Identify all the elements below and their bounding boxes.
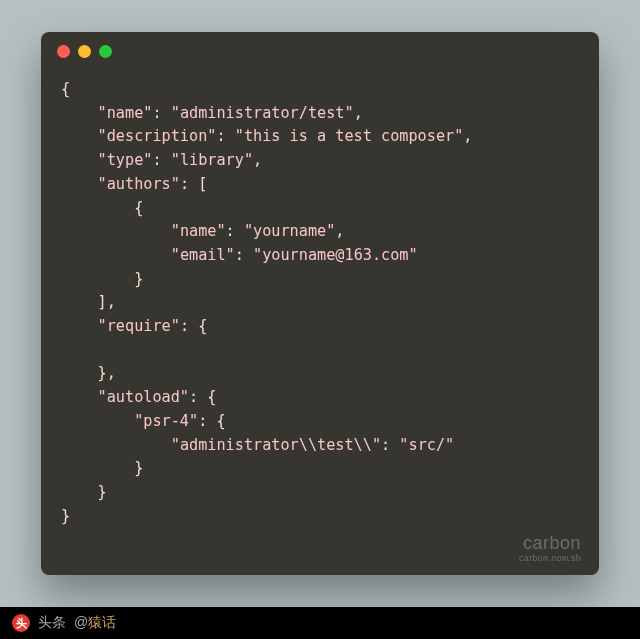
code-line: { [61, 80, 70, 98]
minimize-icon[interactable] [78, 45, 91, 58]
maximize-icon[interactable] [99, 45, 112, 58]
json-string: "src/" [399, 436, 454, 454]
code-window: { "name": "administrator/test", "descrip… [41, 32, 599, 575]
json-key: "psr-4" [134, 412, 198, 430]
code-line: } [134, 270, 143, 288]
punct: : [381, 436, 399, 454]
code-block: { "name": "administrator/test", "descrip… [41, 70, 599, 575]
json-string: "this is a test composer" [235, 127, 464, 145]
canvas-background: { "name": "administrator/test", "descrip… [0, 0, 640, 607]
close-icon[interactable] [57, 45, 70, 58]
json-key: "name" [171, 222, 226, 240]
json-key: "type" [98, 151, 153, 169]
punct: : { [198, 412, 225, 430]
code-line: } [134, 459, 143, 477]
punct: : [216, 127, 234, 145]
json-key: "administrator\\test\\" [171, 436, 381, 454]
json-string: "administrator/test" [171, 104, 354, 122]
window-titlebar [41, 32, 599, 70]
code-line: { [134, 199, 143, 217]
attribution-label: 头条 [38, 614, 66, 632]
at-sign: @ [74, 614, 88, 630]
watermark-title: carbon [519, 534, 581, 552]
attribution-handle: 猿话 [88, 614, 116, 630]
punct: , [335, 222, 344, 240]
json-key: "description" [98, 127, 217, 145]
punct: : { [180, 317, 207, 335]
punct: , [253, 151, 262, 169]
json-key: "authors" [98, 175, 180, 193]
code-line: } [98, 483, 107, 501]
punct: : [152, 151, 170, 169]
json-key: "name" [98, 104, 153, 122]
code-line: } [61, 507, 70, 525]
punct: : { [189, 388, 216, 406]
punct: : [ [180, 175, 207, 193]
json-key: "email" [171, 246, 235, 264]
code-line: }, [98, 364, 116, 382]
code-line: ], [98, 293, 116, 311]
json-key: "require" [98, 317, 180, 335]
json-string: "library" [171, 151, 253, 169]
punct: , [463, 127, 472, 145]
punct: : [152, 104, 170, 122]
json-string: "yourname" [244, 222, 335, 240]
punct: : [226, 222, 244, 240]
watermark-url: carbon.now.sh [519, 553, 581, 563]
attribution-bar: 头 头条 @猿话 [0, 607, 640, 639]
punct: , [354, 104, 363, 122]
watermark: carbon carbon.now.sh [519, 534, 581, 563]
toutiao-logo-icon: 头 [12, 614, 30, 632]
json-key: "autoload" [98, 388, 189, 406]
punct: : [235, 246, 253, 264]
json-string: "yourname@163.com" [253, 246, 418, 264]
